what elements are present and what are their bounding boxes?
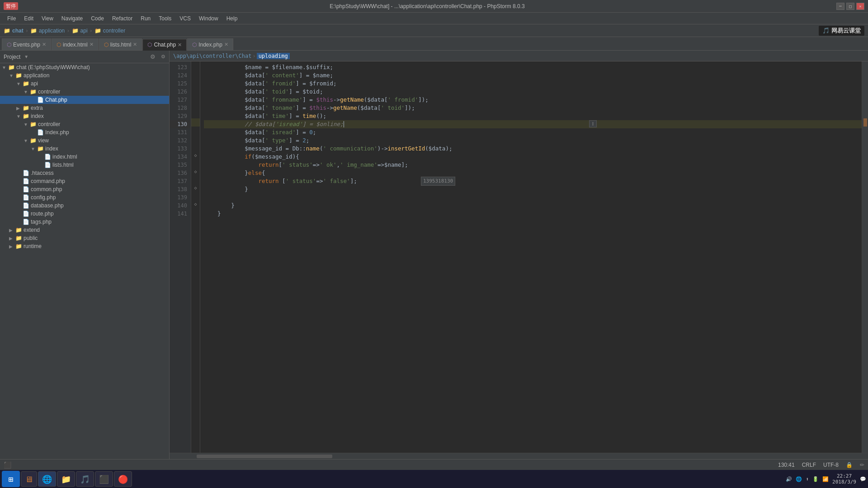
menu-window[interactable]: Window (195, 14, 222, 23)
gutter: ◇ ◇ ◇ ◇ (191, 61, 200, 453)
taskbar-files[interactable]: 📁 (57, 471, 75, 487)
file-icon: 📄 (23, 186, 29, 192)
nav-api[interactable]: api (80, 28, 88, 34)
fold-icon-136[interactable]: ◇ (191, 167, 200, 175)
clock-date: 2018/3/9 (832, 479, 856, 485)
tree-tags-php[interactable]: 📄 tags.php (0, 218, 169, 226)
minimize-button[interactable]: ─ (836, 3, 844, 10)
tab-lists-html[interactable]: ⬡ lists.html ✕ (99, 38, 142, 50)
tree-route-php[interactable]: 📄 route.php (0, 210, 169, 218)
nav-folder-icon4: 📁 (94, 28, 101, 34)
fold-icon-134[interactable]: ◇ (191, 151, 200, 159)
code-line-123: $name = $filename.$suffix; (204, 63, 862, 71)
menu-run[interactable]: Run (137, 14, 154, 23)
tree-database-php[interactable]: 📄 database.php (0, 202, 169, 210)
tree-htaccess[interactable]: 📄 .htaccess (0, 169, 169, 177)
code-line-131: $data[' isread'] = 0; (204, 128, 862, 136)
tab-label: index.html (63, 42, 88, 48)
start-button[interactable]: ⊞ (2, 471, 20, 487)
tab-close-events[interactable]: ✕ (42, 42, 46, 47)
tree-view[interactable]: ▼ 📁 view (0, 136, 169, 145)
tree-controller2[interactable]: ▼ 📁 controller (0, 120, 169, 128)
scrollbar-thumb[interactable] (197, 455, 332, 458)
tray-icon-3: ⬆ (806, 476, 809, 482)
menu-vcs[interactable]: VCS (176, 14, 194, 23)
line-num-133: 133 (170, 145, 191, 153)
menu-file[interactable]: File (4, 14, 19, 23)
sidebar-gear[interactable]: ⚙ (150, 53, 156, 60)
line-num-137: 137 (170, 177, 191, 185)
tree-extra[interactable]: ▶ 📁 extra (0, 104, 169, 112)
tree-public[interactable]: ▶ 📁 public (0, 234, 169, 242)
line-num-125: 125 (170, 80, 191, 88)
taskbar-phpstorm[interactable]: 🖥 (21, 471, 37, 487)
nav-application[interactable]: application (39, 28, 65, 34)
menu-edit[interactable]: Edit (20, 14, 37, 23)
code-editor[interactable]: $name = $filename.$suffix; $data[' conte… (200, 61, 862, 453)
tab-index-php[interactable]: ⬡ Index.php ✕ (187, 38, 233, 50)
tree-extend[interactable]: ▶ 📁 extend (0, 226, 169, 234)
line-numbers: 123 124 125 126 127 128 129 130 131 132 … (170, 61, 191, 453)
tree-controller[interactable]: ▼ 📁 controller (0, 88, 169, 96)
tree-label: runtime (24, 243, 42, 249)
app2-icon: 🔴 (118, 474, 128, 484)
tree-config-php[interactable]: 📄 config.php (0, 193, 169, 202)
tab-bar: ⬡ Events.php ✕ ⬡ index.html ✕ ⬡ lists.ht… (0, 37, 868, 51)
tree-chat-php[interactable]: 📄 Chat.php (0, 96, 169, 104)
file-icon: 📄 (23, 178, 29, 184)
bc-method: uploadimg (257, 53, 290, 59)
horizontal-scrollbar[interactable] (170, 453, 868, 459)
tab-close-lists-html[interactable]: ✕ (133, 42, 137, 47)
tree-lists-html[interactable]: 📄 lists.html (0, 161, 169, 169)
tab-close-index-html[interactable]: ✕ (90, 42, 94, 47)
menu-refactor[interactable]: Refactor (108, 14, 136, 23)
tab-events-php[interactable]: ⬡ Events.php ✕ (2, 38, 51, 50)
taskbar-terminal[interactable]: ⬛ (95, 471, 113, 487)
tree-chat-root[interactable]: ▼ 📁 chat (E:\phpStudy\WWW\chat) (0, 63, 169, 71)
taskbar-app2[interactable]: 🔴 (114, 471, 132, 487)
tree-command-php[interactable]: 📄 command.php (0, 177, 169, 185)
code-line-129: $data[' time'] = time(); (204, 112, 862, 120)
tree-runtime[interactable]: ▶ 📁 runtime (0, 242, 169, 250)
tab-close-index-php[interactable]: ✕ (224, 42, 228, 47)
tree-common-php[interactable]: 📄 common.php (0, 185, 169, 193)
php-icon2: ⬡ (147, 42, 152, 48)
tree-index-view[interactable]: ▼ 📁 index (0, 145, 169, 153)
code-container[interactable]: 123 124 125 126 127 128 129 130 131 132 … (170, 61, 868, 453)
tree-label: controller (38, 89, 60, 95)
menu-bar: File Edit View Navigate Code Refactor Ru… (0, 13, 868, 24)
nav-folder-icon2: 📁 (30, 28, 37, 34)
project-sidebar: Project ▼ ⚙ ⚙ ▼ 📁 chat (E:\phpStudy\WWW\… (0, 51, 170, 459)
sidebar-settings[interactable]: ⚙ (161, 54, 165, 60)
menu-navigate[interactable]: Navigate (58, 14, 86, 23)
close-button[interactable]: ✕ (856, 3, 864, 10)
folder-icon: 📁 (15, 227, 22, 233)
tree-index-html[interactable]: 📄 index.html (0, 153, 169, 161)
folder-icon: 📁 (30, 89, 37, 95)
cursor-tooltip: I (589, 120, 597, 127)
sidebar-dropdown[interactable]: ▼ (24, 54, 28, 59)
maximize-button[interactable]: □ (846, 3, 854, 10)
tree-label: api (31, 80, 38, 87)
menu-tools[interactable]: Tools (155, 14, 175, 23)
tree-index-php[interactable]: 📄 Index.php (0, 128, 169, 136)
taskbar-media[interactable]: 🎵 (76, 471, 94, 487)
tree-api[interactable]: ▼ 📁 api (0, 80, 169, 88)
menu-view[interactable]: View (38, 14, 57, 23)
taskbar-ie[interactable]: 🌐 (38, 471, 56, 487)
menu-help[interactable]: Help (223, 14, 241, 23)
file-icon: 📄 (23, 202, 29, 209)
tab-chat-php[interactable]: ⬡ Chat.php ✕ (142, 39, 187, 51)
nav-controller[interactable]: controller (103, 28, 125, 34)
tree-application[interactable]: ▼ 📁 application (0, 71, 169, 80)
media-icon: 🎵 (80, 474, 90, 484)
tab-close-chat-php[interactable]: ✕ (178, 42, 182, 48)
tab-index-html[interactable]: ⬡ index.html ✕ (52, 38, 99, 50)
fold-icon-140[interactable]: ◇ (191, 200, 200, 208)
nav-chat[interactable]: chat (12, 28, 24, 34)
tree-label: .htaccess (31, 170, 54, 176)
fold-icon-138[interactable]: ◇ (191, 183, 200, 192)
code-line-128: $data[' toname'] = $this->getName($data[… (204, 104, 862, 112)
tree-index-folder[interactable]: ▼ 📁 index (0, 112, 169, 120)
menu-code[interactable]: Code (87, 14, 108, 23)
